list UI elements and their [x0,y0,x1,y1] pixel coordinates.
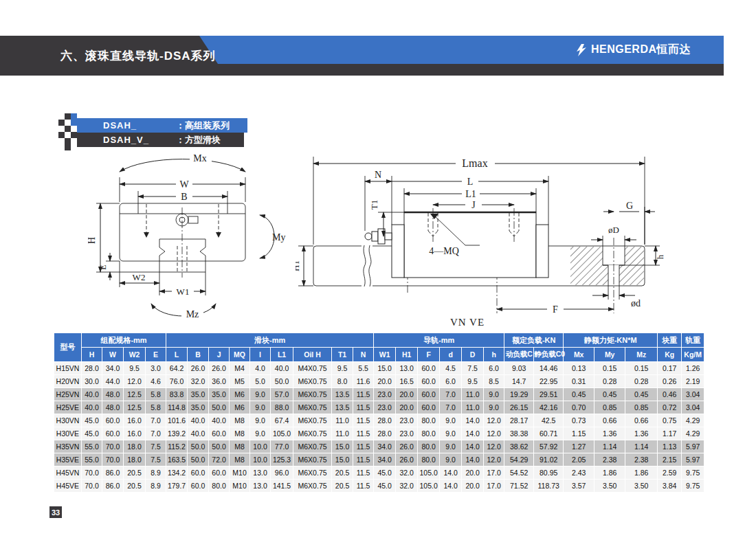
table-cell: 10.0 [250,453,271,466]
table-body: H15VN28.034.09.53.064.226.026.0M44.040.0… [54,362,704,493]
table-cell: 60.0 [102,427,124,440]
table-cell: 0.15 [594,362,625,375]
table-cell: M6X0.75 [293,375,332,388]
table-cell: 60.0 [102,414,124,427]
dim-label-mz: Mz [186,309,199,319]
checker-square [65,138,71,144]
dim-label-mq: 4—MQ [429,246,459,256]
table-cell: 54.29 [504,453,534,466]
table-cell: M5 [230,375,250,388]
table-cell: M6X0.75 [293,414,332,427]
table-cell: 15.0 [332,440,353,453]
dim-label-h1: H1 [296,260,301,271]
side-view-diagram: 4—MQ Lmax N L L1 J T1 G øD [296,143,667,330]
table-cell: 48.0 [102,401,124,414]
table-cell: 80.0 [418,440,440,453]
table-cell: 9.75 [682,480,704,493]
table-cell: M6X0.75 [293,453,332,466]
table-cell: 42.16 [534,401,564,414]
table-cell: 20.5 [332,466,353,480]
table-cell: 5.0 [250,375,271,388]
table-cell: 26.0 [209,362,230,375]
table-cell: 80.0 [418,427,440,440]
checker-square [65,126,71,132]
table-column-header: h [484,348,504,362]
table-cell: 6.0 [440,375,462,388]
table-cell: 60.0 [418,388,440,401]
table-column-header: Oil H [293,348,332,362]
table-cell: 50.0 [209,401,230,414]
table-cell: 83.8 [166,388,188,401]
table-cell: 118.73 [534,480,564,493]
table-cell: 12.0 [484,440,504,453]
dim-label-my: My [272,232,285,243]
checker-square [58,120,65,126]
table-group-header: 静额力矩-KN*M [564,333,658,348]
table-cell: 80.0 [209,480,230,493]
table-cell: 45.0 [374,466,396,480]
table-cell: 1.27 [564,440,594,453]
table-cell: 11.0 [462,401,484,414]
table-cell: 12.0 [484,414,504,427]
table-cell: 48.0 [102,388,124,401]
table-cell: 9.0 [440,453,462,466]
table-cell: 1.86 [625,466,658,480]
table-cell: 67.4 [271,414,293,427]
table-cell: 13.0 [396,362,418,375]
table-cell: 40.0 [271,362,293,375]
table-cell: 9.5 [124,362,146,375]
dim-label-dia-D: øD [608,225,619,235]
dim-label-t1: T1 [369,200,379,210]
header-band: 六、滚珠直线导轨-DSA系列 HENGERDA恒而达 [0,36,724,76]
table-cell: 2.19 [682,375,704,388]
table-cell: M10 [230,480,250,493]
table-cell: 9.0 [440,440,462,453]
table-cell: 13.0 [250,480,271,493]
dim-label-l: L [467,177,474,187]
table-cell: 14.7 [504,375,534,388]
brand-logo-text: HENGERDA恒而达 [591,43,691,57]
table-cell: 163.5 [166,453,188,466]
table-column-header: W [102,348,124,362]
table-cell: 20.0 [462,466,484,480]
table-cell: M8 [230,440,250,453]
table-cell: 7.0 [146,427,166,440]
table-column-header: F [418,348,440,362]
table-cell: M6X0.75 [293,466,332,480]
table-cell: 5.5 [353,362,374,375]
spec-table: 型号组配规格-mm滑块-mm导轨-mm额定负载-KN静额力矩-KN*M块重轨重H… [54,333,704,493]
table-cell: 23.0 [396,414,418,427]
table-cell: 20.5 [124,480,146,493]
table-cell: 50.0 [271,375,293,388]
table-cell: 34.0 [102,362,124,375]
table-cell: 13.5 [332,388,353,401]
table-column-header: J [209,348,230,362]
table-cell: 3.04 [682,401,704,414]
table-cell: 15.0 [332,453,353,466]
series-desc: ：高组装系列 [176,120,230,132]
dim-label-h: H [88,237,97,244]
table-cell: 12.5 [124,401,146,414]
table-column-header: My [594,348,625,362]
table-cell: 80.0 [418,453,440,466]
table-cell: 1.15 [564,427,594,440]
table-row: H45VE70.086.020.58.9179.760.080.0M1013.0… [54,480,704,493]
table-cell: M4X0.75 [293,362,332,375]
table-cell: 70.0 [82,466,102,480]
table-cell: 86.0 [102,466,124,480]
table-cell: 28.17 [504,414,534,427]
table-cell: 13.5 [332,401,353,414]
table-cell: 4.6 [146,375,166,388]
table-column-header: 动负载C [504,348,534,362]
dim-label-l1: L1 [465,189,476,199]
dim-label-w2: W2 [133,272,146,282]
table-cell: 0.66 [594,414,625,427]
table-cell: 20.0 [462,480,484,493]
table-cell: 5.8 [146,401,166,414]
table-cell: 54.52 [504,466,534,480]
table-cell: 60.0 [418,401,440,414]
dim-label-j: J [471,200,476,210]
table-cell: 0.72 [658,401,682,414]
table-cell: 0.45 [625,388,658,401]
table-cell: 16.5 [396,375,418,388]
